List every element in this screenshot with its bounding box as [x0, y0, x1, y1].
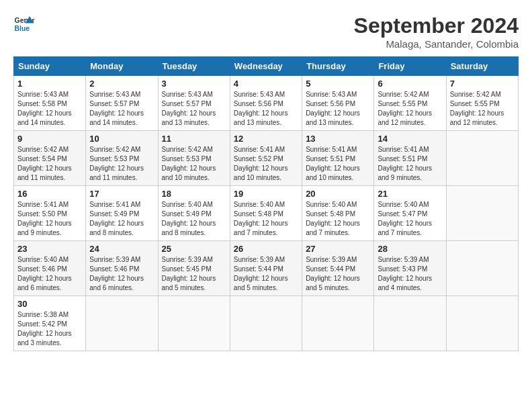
day-info: Sunrise: 5:39 AMSunset: 5:44 PMDaylight:…	[234, 255, 298, 293]
day-number: 30	[17, 299, 82, 309]
day-number: 9	[17, 134, 82, 144]
calendar-week-3: 16 Sunrise: 5:41 AMSunset: 5:50 PMDaylig…	[14, 186, 519, 241]
day-info: Sunrise: 5:41 AMSunset: 5:52 PMDaylight:…	[234, 145, 298, 183]
day-cell-17: 17 Sunrise: 5:41 AMSunset: 5:49 PMDaylig…	[86, 186, 158, 241]
day-info: Sunrise: 5:43 AMSunset: 5:57 PMDaylight:…	[89, 90, 154, 128]
weekday-header-row: SundayMondayTuesdayWednesdayThursdayFrid…	[14, 57, 519, 76]
month-title: September 2024	[354, 13, 519, 38]
day-number: 16	[17, 189, 82, 199]
day-cell-2: 2 Sunrise: 5:43 AMSunset: 5:57 PMDayligh…	[86, 76, 158, 131]
day-cell-18: 18 Sunrise: 5:40 AMSunset: 5:49 PMDaylig…	[158, 186, 230, 241]
weekday-header-sunday: Sunday	[14, 57, 86, 76]
empty-cell	[374, 296, 446, 351]
day-cell-3: 3 Sunrise: 5:43 AMSunset: 5:57 PMDayligh…	[158, 76, 230, 131]
day-cell-16: 16 Sunrise: 5:41 AMSunset: 5:50 PMDaylig…	[14, 186, 86, 241]
page-header: General Blue September 2024 Malaga, Sant…	[13, 13, 519, 50]
empty-cell	[446, 241, 518, 296]
day-cell-10: 10 Sunrise: 5:42 AMSunset: 5:53 PMDaylig…	[86, 131, 158, 186]
day-number: 21	[378, 189, 442, 199]
svg-text:Blue: Blue	[15, 25, 30, 32]
day-cell-27: 27 Sunrise: 5:39 AMSunset: 5:44 PMDaylig…	[302, 241, 374, 296]
day-number: 25	[162, 244, 226, 254]
day-number: 19	[234, 189, 298, 199]
day-number: 18	[162, 189, 226, 199]
day-cell-13: 13 Sunrise: 5:41 AMSunset: 5:51 PMDaylig…	[302, 131, 374, 186]
empty-cell	[86, 296, 158, 351]
empty-cell	[446, 296, 518, 351]
day-number: 11	[162, 134, 226, 144]
calendar-week-1: 1 Sunrise: 5:43 AMSunset: 5:58 PMDayligh…	[14, 76, 519, 131]
day-number: 10	[89, 134, 154, 144]
logo-icon: General Blue	[13, 13, 35, 35]
day-info: Sunrise: 5:40 AMSunset: 5:49 PMDaylight:…	[162, 200, 226, 238]
day-info: Sunrise: 5:41 AMSunset: 5:51 PMDaylight:…	[306, 145, 370, 183]
empty-cell	[158, 296, 230, 351]
day-cell-30: 30 Sunrise: 5:38 AMSunset: 5:42 PMDaylig…	[14, 296, 86, 351]
day-number: 1	[17, 79, 82, 89]
day-cell-20: 20 Sunrise: 5:40 AMSunset: 5:48 PMDaylig…	[302, 186, 374, 241]
day-info: Sunrise: 5:40 AMSunset: 5:48 PMDaylight:…	[306, 200, 370, 238]
weekday-header-saturday: Saturday	[446, 57, 518, 76]
day-info: Sunrise: 5:41 AMSunset: 5:51 PMDaylight:…	[378, 145, 442, 183]
day-info: Sunrise: 5:39 AMSunset: 5:46 PMDaylight:…	[89, 255, 154, 293]
day-info: Sunrise: 5:40 AMSunset: 5:48 PMDaylight:…	[234, 200, 298, 238]
day-number: 14	[378, 134, 442, 144]
day-cell-14: 14 Sunrise: 5:41 AMSunset: 5:51 PMDaylig…	[374, 131, 446, 186]
day-info: Sunrise: 5:41 AMSunset: 5:49 PMDaylight:…	[89, 200, 154, 238]
day-info: Sunrise: 5:42 AMSunset: 5:55 PMDaylight:…	[378, 90, 442, 128]
logo: General Blue	[13, 13, 35, 35]
calendar-week-4: 23 Sunrise: 5:40 AMSunset: 5:46 PMDaylig…	[14, 241, 519, 296]
day-cell-25: 25 Sunrise: 5:39 AMSunset: 5:45 PMDaylig…	[158, 241, 230, 296]
day-cell-7: 7 Sunrise: 5:42 AMSunset: 5:55 PMDayligh…	[446, 76, 518, 131]
weekday-header-friday: Friday	[374, 57, 446, 76]
day-cell-5: 5 Sunrise: 5:43 AMSunset: 5:56 PMDayligh…	[302, 76, 374, 131]
day-number: 26	[234, 244, 298, 254]
day-cell-11: 11 Sunrise: 5:42 AMSunset: 5:53 PMDaylig…	[158, 131, 230, 186]
empty-cell	[446, 131, 518, 186]
day-info: Sunrise: 5:42 AMSunset: 5:55 PMDaylight:…	[450, 90, 515, 128]
calendar-week-5: 30 Sunrise: 5:38 AMSunset: 5:42 PMDaylig…	[14, 296, 519, 351]
day-cell-9: 9 Sunrise: 5:42 AMSunset: 5:54 PMDayligh…	[14, 131, 86, 186]
day-number: 28	[378, 244, 442, 254]
day-cell-26: 26 Sunrise: 5:39 AMSunset: 5:44 PMDaylig…	[230, 241, 302, 296]
day-info: Sunrise: 5:41 AMSunset: 5:50 PMDaylight:…	[17, 200, 82, 238]
day-info: Sunrise: 5:43 AMSunset: 5:56 PMDaylight:…	[234, 90, 298, 128]
day-number: 12	[234, 134, 298, 144]
day-cell-24: 24 Sunrise: 5:39 AMSunset: 5:46 PMDaylig…	[86, 241, 158, 296]
calendar-week-2: 9 Sunrise: 5:42 AMSunset: 5:54 PMDayligh…	[14, 131, 519, 186]
day-cell-23: 23 Sunrise: 5:40 AMSunset: 5:46 PMDaylig…	[14, 241, 86, 296]
day-number: 20	[306, 189, 370, 199]
day-info: Sunrise: 5:40 AMSunset: 5:47 PMDaylight:…	[378, 200, 442, 238]
day-number: 13	[306, 134, 370, 144]
day-number: 24	[89, 244, 154, 254]
day-info: Sunrise: 5:38 AMSunset: 5:42 PMDaylight:…	[17, 310, 82, 348]
calendar-table: SundayMondayTuesdayWednesdayThursdayFrid…	[13, 56, 519, 351]
day-number: 7	[450, 79, 515, 89]
empty-cell	[302, 296, 374, 351]
day-cell-19: 19 Sunrise: 5:40 AMSunset: 5:48 PMDaylig…	[230, 186, 302, 241]
day-info: Sunrise: 5:43 AMSunset: 5:58 PMDaylight:…	[17, 90, 82, 128]
day-number: 6	[378, 79, 442, 89]
day-number: 5	[306, 79, 370, 89]
empty-cell	[446, 186, 518, 241]
day-number: 3	[162, 79, 226, 89]
day-cell-6: 6 Sunrise: 5:42 AMSunset: 5:55 PMDayligh…	[374, 76, 446, 131]
title-block: September 2024 Malaga, Santander, Colomb…	[354, 13, 519, 50]
day-info: Sunrise: 5:40 AMSunset: 5:46 PMDaylight:…	[17, 255, 82, 293]
weekday-header-wednesday: Wednesday	[230, 57, 302, 76]
day-cell-28: 28 Sunrise: 5:39 AMSunset: 5:43 PMDaylig…	[374, 241, 446, 296]
weekday-header-monday: Monday	[86, 57, 158, 76]
day-info: Sunrise: 5:42 AMSunset: 5:54 PMDaylight:…	[17, 145, 82, 183]
location-subtitle: Malaga, Santander, Colombia	[354, 38, 519, 50]
day-number: 23	[17, 244, 82, 254]
day-info: Sunrise: 5:39 AMSunset: 5:44 PMDaylight:…	[306, 255, 370, 293]
day-cell-21: 21 Sunrise: 5:40 AMSunset: 5:47 PMDaylig…	[374, 186, 446, 241]
day-cell-1: 1 Sunrise: 5:43 AMSunset: 5:58 PMDayligh…	[14, 76, 86, 131]
day-info: Sunrise: 5:42 AMSunset: 5:53 PMDaylight:…	[162, 145, 226, 183]
weekday-header-tuesday: Tuesday	[158, 57, 230, 76]
day-info: Sunrise: 5:39 AMSunset: 5:43 PMDaylight:…	[378, 255, 442, 293]
day-number: 2	[89, 79, 154, 89]
day-number: 4	[234, 79, 298, 89]
day-info: Sunrise: 5:43 AMSunset: 5:57 PMDaylight:…	[162, 90, 226, 128]
day-info: Sunrise: 5:43 AMSunset: 5:56 PMDaylight:…	[306, 90, 370, 128]
